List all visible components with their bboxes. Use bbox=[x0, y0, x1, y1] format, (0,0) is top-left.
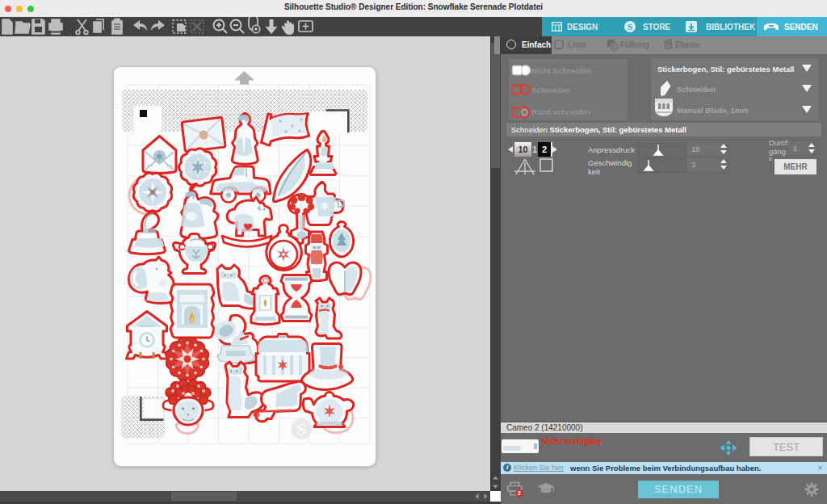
svg-text:2: 2 bbox=[518, 490, 521, 496]
svg-text:S: S bbox=[628, 22, 632, 32]
svg-text:S: S bbox=[296, 419, 306, 439]
